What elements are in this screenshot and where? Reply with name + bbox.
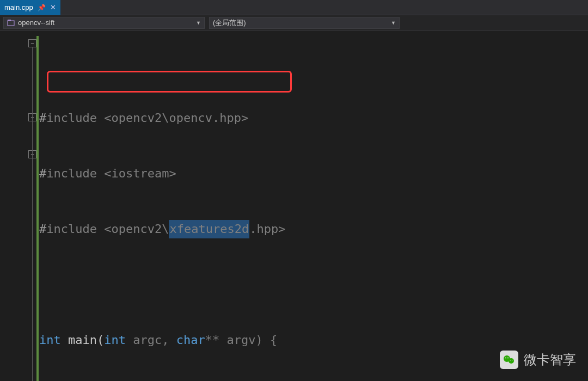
project-icon (7, 19, 15, 27)
scope-dropdown[interactable]: (全局范围) ▼ (209, 17, 400, 29)
code-line (39, 275, 588, 294)
code-nav-bar: opencv--sift ▼ (全局范围) ▼ (0, 15, 588, 30)
chevron-down-icon: ▼ (391, 20, 396, 26)
selected-text: xfeatures2d (169, 220, 249, 238)
pin-icon[interactable]: 📌 (38, 4, 46, 11)
code-area[interactable]: #include <opencv2\opencv.hpp> #include <… (39, 30, 588, 381)
tab-title: main.cpp (4, 3, 33, 11)
tab-bar: main.cpp 📌 ✕ (0, 0, 588, 15)
context-label: opencv--sift (18, 19, 193, 27)
svg-rect-1 (8, 20, 11, 21)
current-line-highlight (39, 72, 588, 90)
scope-label: (全局范围) (213, 18, 388, 28)
code-line: #include <opencv2\opencv.hpp> (39, 109, 588, 127)
svg-rect-0 (8, 21, 14, 26)
gutter: − − − (0, 30, 39, 381)
outline-bar (32, 47, 33, 381)
chevron-down-icon: ▼ (196, 20, 201, 26)
code-line: int main(int argc, char** argv) { (39, 331, 588, 349)
code-editor[interactable]: − − − #include <opencv2\opencv.hpp> #inc… (0, 30, 588, 381)
context-dropdown[interactable]: opencv--sift ▼ (3, 17, 205, 29)
fold-toggle[interactable]: − (28, 39, 36, 47)
close-icon[interactable]: ✕ (50, 3, 56, 11)
file-tab-main-cpp[interactable]: main.cpp 📌 ✕ (0, 0, 60, 15)
code-line: #include <iostream> (39, 164, 588, 183)
change-marker (36, 36, 39, 381)
code-line: #include <opencv2\xfeatures2d.hpp> (39, 220, 588, 238)
